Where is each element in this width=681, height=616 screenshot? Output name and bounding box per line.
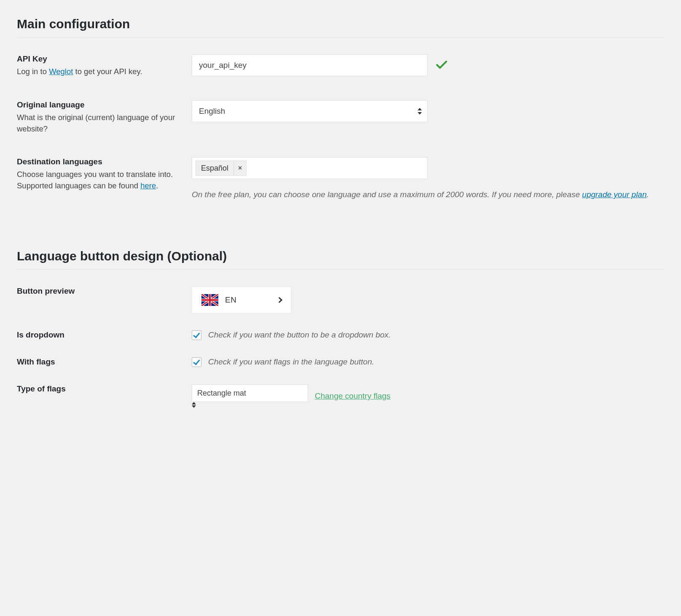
with-flags-desc: Check if you want flags in the language … — [208, 357, 374, 367]
row-with-flags: With flags Check if you want flags in th… — [17, 357, 664, 369]
remove-token-button[interactable]: × — [233, 161, 246, 175]
chevron-right-icon — [276, 297, 282, 303]
original-language-label: Original language — [17, 100, 179, 110]
change-country-flags-link[interactable]: Change country flags — [315, 391, 391, 401]
destination-helper-text: On the free plan, you can choose one lan… — [192, 188, 664, 201]
type-of-flags-select[interactable]: Rectangle mat — [192, 384, 308, 402]
row-original-language: Original language What is the original (… — [17, 100, 664, 135]
is-dropdown-checkbox[interactable] — [192, 330, 201, 340]
type-of-flags-label: Type of flags — [17, 384, 179, 394]
is-dropdown-label: Is dropdown — [17, 330, 179, 340]
upgrade-plan-link[interactable]: upgrade your plan — [582, 190, 646, 199]
uk-flag-icon — [201, 294, 218, 306]
section-design-title: Language button design (Optional) — [17, 249, 664, 263]
row-type-of-flags: Type of flags Rectangle mat Change count… — [17, 384, 664, 408]
checkmark-icon — [436, 59, 447, 72]
original-language-select[interactable]: English — [192, 100, 428, 122]
api-key-desc-before: Log in to — [17, 67, 49, 76]
with-flags-label: With flags — [17, 357, 179, 367]
row-destination-languages: Destination languages Choose languages y… — [17, 157, 664, 201]
destination-languages-desc: Choose languages you want to translate i… — [17, 169, 179, 192]
destination-languages-label: Destination languages — [17, 157, 179, 166]
dest-desc-after: . — [156, 181, 158, 190]
section-main-title: Main configuration — [17, 17, 664, 31]
is-dropdown-desc: Check if you want the button to be a dro… — [208, 330, 391, 340]
row-api-key: API Key Log in to Weglot to get your API… — [17, 54, 664, 78]
language-button-preview[interactable]: EN — [192, 287, 291, 313]
svg-rect-4 — [201, 299, 218, 301]
original-language-desc: What is the original (current) language … — [17, 112, 179, 135]
dest-helper-after: . — [646, 190, 649, 199]
section-divider — [17, 269, 664, 270]
with-flags-checkbox[interactable] — [192, 357, 201, 367]
api-key-desc-after: to get your API key. — [73, 67, 142, 76]
row-is-dropdown: Is dropdown Check if you want the button… — [17, 330, 664, 342]
preview-language-code: EN — [225, 295, 236, 305]
button-preview-label: Button preview — [17, 287, 179, 296]
language-token: Español × — [196, 161, 247, 176]
weglot-link[interactable]: Weglot — [49, 67, 73, 76]
section-divider — [17, 37, 664, 37]
row-button-preview: Button preview EN — [17, 287, 664, 313]
language-token-label: Español — [196, 161, 233, 175]
supported-languages-link[interactable]: here — [140, 181, 156, 190]
api-key-input[interactable] — [192, 54, 428, 76]
select-arrows-icon — [192, 402, 308, 408]
dest-helper-before: On the free plan, you can choose one lan… — [192, 190, 582, 199]
api-key-label: API Key — [17, 54, 179, 64]
destination-languages-input[interactable]: Español × — [192, 157, 428, 179]
api-key-desc: Log in to Weglot to get your API key. — [17, 66, 179, 78]
